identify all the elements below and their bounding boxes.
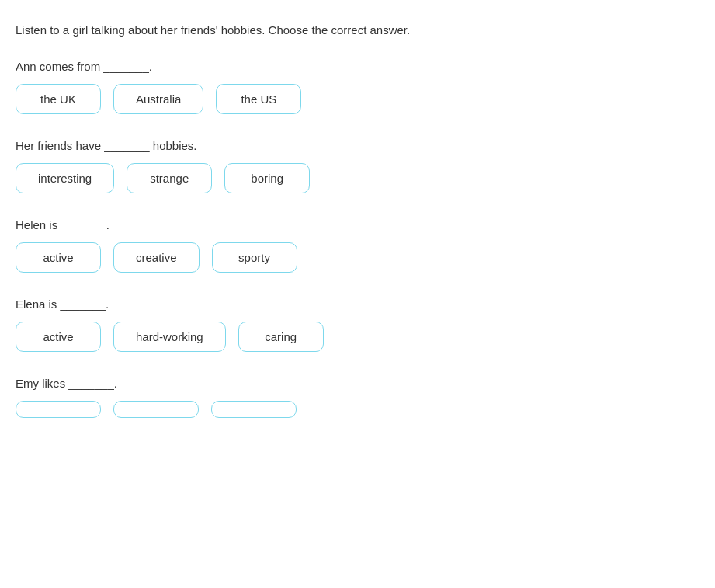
question-block-2: Her friends have _______ hobbies.interes… <box>16 139 699 193</box>
question-block-1: Ann comes from _______.the UKAustraliath… <box>16 60 699 114</box>
options-row-1: the UKAustraliathe US <box>16 84 699 114</box>
option-btn-q4-2[interactable]: hard-working <box>113 322 226 352</box>
options-row-2: interestingstrangeboring <box>16 163 699 193</box>
option-btn-q4-1[interactable]: active <box>16 322 101 352</box>
option-btn-q1-2[interactable]: Australia <box>113 84 203 114</box>
option-btn-q2-2[interactable]: strange <box>127 163 212 193</box>
option-btn-q5-1[interactable] <box>16 401 101 418</box>
options-row-4: activehard-workingcaring <box>16 322 699 352</box>
option-btn-q5-3[interactable] <box>211 401 297 418</box>
question-label-5: Emy likes _______. <box>16 377 699 390</box>
option-btn-q2-1[interactable]: interesting <box>16 163 114 193</box>
option-btn-q3-2[interactable]: creative <box>113 242 200 273</box>
question-label-2: Her friends have _______ hobbies. <box>16 139 699 152</box>
option-btn-q4-3[interactable]: caring <box>238 322 324 352</box>
option-btn-q1-1[interactable]: the UK <box>16 84 101 114</box>
question-label-4: Elena is _______. <box>16 297 699 311</box>
instructions-text: Listen to a girl talking about her frien… <box>16 23 699 37</box>
question-label-3: Helen is _______. <box>16 218 699 231</box>
question-block-5: Emy likes _______. <box>16 377 699 418</box>
option-btn-q5-2[interactable] <box>113 401 199 418</box>
question-label-1: Ann comes from _______. <box>16 60 699 73</box>
question-block-3: Helen is _______.activecreativesporty <box>16 218 699 273</box>
option-btn-q1-3[interactable]: the US <box>216 84 301 114</box>
option-btn-q3-1[interactable]: active <box>16 242 101 273</box>
option-btn-q2-3[interactable]: boring <box>224 163 310 193</box>
options-row-5 <box>16 401 699 418</box>
option-btn-q3-3[interactable]: sporty <box>212 242 297 273</box>
question-block-4: Elena is _______.activehard-workingcarin… <box>16 297 699 352</box>
options-row-3: activecreativesporty <box>16 242 699 273</box>
